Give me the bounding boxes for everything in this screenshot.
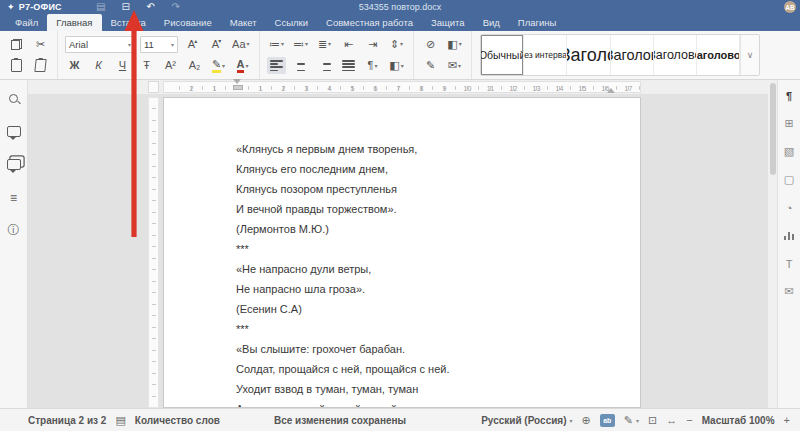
style-gallery-expand-icon[interactable]: ∨ xyxy=(740,35,759,75)
font-color-button[interactable]: А▾ xyxy=(233,57,252,74)
user-avatar[interactable]: АВ xyxy=(784,1,796,13)
style-heading3[interactable]: Заголово xyxy=(654,35,697,75)
tab-home[interactable]: Главная xyxy=(47,14,101,31)
font-name-select[interactable]: Arial ▾ xyxy=(65,36,135,53)
undo-icon[interactable]: ↶ xyxy=(144,2,158,12)
table-settings-button[interactable]: ⊞ xyxy=(781,116,798,131)
tab-references[interactable]: Ссылки xyxy=(266,14,317,31)
tab-layout[interactable]: Макет xyxy=(221,14,266,31)
align-center-button[interactable] xyxy=(291,57,310,74)
textart-settings-button[interactable]: Т xyxy=(781,256,798,271)
document-page[interactable]: «Клянусь я первым днем творенья, Клянусь… xyxy=(163,97,641,408)
tab-plugins[interactable]: Плагины xyxy=(509,14,566,31)
navigation-panel-button[interactable]: ≡ xyxy=(5,189,23,206)
track-changes-button[interactable]: ✎ ▾ xyxy=(624,415,639,426)
language-selector[interactable]: Русский (Россия) ▾ xyxy=(481,415,572,426)
comments-panel-button[interactable] xyxy=(5,123,23,140)
paragraph-shading-button[interactable]: ◧▾ xyxy=(387,57,406,74)
clear-style-button[interactable]: ⊘ xyxy=(421,36,440,53)
superscript-button[interactable]: А² xyxy=(161,57,180,74)
font-name-value: Arial xyxy=(69,39,88,50)
zoom-in-button[interactable]: + xyxy=(784,415,790,426)
mailmerge-settings-button[interactable]: ✉ xyxy=(781,284,798,299)
tab-view[interactable]: Вид xyxy=(474,14,509,31)
app-name: Р7-ОФИС xyxy=(19,2,62,12)
spellcheck-toggle[interactable]: ab xyxy=(600,414,615,427)
document-text: «Клянусь я первым днем творенья, Клянусь… xyxy=(164,98,640,408)
redo-icon[interactable]: ↷ xyxy=(169,2,183,12)
cut-button[interactable]: ✂ xyxy=(31,36,50,53)
shape-settings-button[interactable]: ▢ xyxy=(781,172,798,187)
align-left-button[interactable] xyxy=(267,57,286,74)
italic-button[interactable]: К xyxy=(89,57,108,74)
headings-icon: ≡ xyxy=(10,191,17,205)
justify-button[interactable] xyxy=(339,57,358,74)
text-line: Уходит взвод в туман, туман, туман xyxy=(236,379,620,399)
tab-file[interactable]: Файл xyxy=(6,14,47,31)
zoom-out-button[interactable]: − xyxy=(686,415,692,426)
app-logo[interactable]: ✦ Р7-ОФИС xyxy=(0,2,62,12)
copy-style-button[interactable]: ✎ xyxy=(421,57,440,74)
right-indent-marker[interactable] xyxy=(607,88,615,93)
numbering-button[interactable]: ≕▾ xyxy=(291,36,310,53)
chart-settings-button[interactable]: ◔ xyxy=(781,200,798,215)
word-count-label[interactable]: Количество слов xyxy=(135,415,220,426)
decrease-indent-button[interactable]: ⇤ xyxy=(339,36,358,53)
set-language-icon[interactable]: ⊕ xyxy=(582,415,591,426)
chart-type-button[interactable] xyxy=(781,228,798,243)
image-settings-button[interactable]: ▧ xyxy=(781,144,798,159)
tab-stop-selector[interactable] xyxy=(148,81,159,93)
nonprinting-chars-button[interactable]: ¶▾ xyxy=(363,57,382,74)
paste-icon xyxy=(11,59,22,72)
underline-button[interactable]: Ч xyxy=(113,57,132,74)
chat-panel-button[interactable] xyxy=(5,156,23,173)
align-right-button[interactable] xyxy=(315,57,334,74)
bold-button[interactable]: Ж xyxy=(65,57,84,74)
style-tools-group: ⊘ ◧▾ ✎ ✉▾ xyxy=(414,31,472,79)
style-normal[interactable]: Обычный xyxy=(481,35,524,75)
about-button[interactable]: ⓘ xyxy=(5,222,23,239)
left-indent-marker[interactable] xyxy=(233,79,241,84)
tab-collaboration[interactable]: Совместная работа xyxy=(317,14,422,31)
multilevel-list-button[interactable]: ≣▾ xyxy=(315,36,334,53)
increase-indent-button[interactable]: ⇥ xyxy=(363,36,382,53)
search-panel-button[interactable] xyxy=(5,90,23,107)
text-line: Солдат, прощайся с ней, прощайся с ней. xyxy=(236,359,620,379)
strikethrough-button[interactable]: Ŧ xyxy=(137,57,156,74)
zoom-level[interactable]: Масштаб 100% xyxy=(702,415,775,426)
save-icon[interactable]: ▤ xyxy=(94,2,108,12)
font-size-select[interactable]: 11 ▾ xyxy=(140,36,178,53)
style-no-spacing[interactable]: Без интервал xyxy=(524,35,567,75)
select-all-button[interactable] xyxy=(31,57,50,74)
copy-button[interactable] xyxy=(7,36,26,53)
subscript-button[interactable]: А₂ xyxy=(185,57,204,74)
page-indicator[interactable]: Страница 2 из 2 xyxy=(28,415,106,426)
line-spacing-button[interactable]: ⇕▾ xyxy=(387,36,406,53)
font-group: Arial ▾ 11 ▾ А▴ А▾ Аа▾ Ж К xyxy=(58,31,260,79)
chevron-down-icon: ▾ xyxy=(171,41,174,48)
quick-actions: ▤ ⊟ ↶ ↷ xyxy=(94,2,183,12)
color-scheme-button[interactable]: ◧▾ xyxy=(445,36,464,53)
bullets-button[interactable]: ≔▾ xyxy=(267,36,286,53)
paragraph-settings-button[interactable]: ¶ xyxy=(781,88,798,103)
tab-protection[interactable]: Защита xyxy=(422,14,474,31)
mail-merge-button[interactable]: ✉▾ xyxy=(445,57,464,74)
change-case-button[interactable]: Аа▾ xyxy=(231,36,251,53)
paste-button[interactable] xyxy=(7,57,26,74)
print-icon[interactable]: ⊟ xyxy=(119,2,133,12)
align-left-icon xyxy=(270,60,283,71)
vertical-scrollbar[interactable] xyxy=(768,80,777,408)
horizontal-ruler[interactable]: 211234567891011121314151617 xyxy=(163,81,641,93)
fit-page-icon[interactable]: ⊡ xyxy=(648,415,657,426)
style-heading2[interactable]: Заголов xyxy=(611,35,654,75)
style-heading1[interactable]: Заголо xyxy=(567,35,610,75)
style-heading4[interactable]: Заголовок xyxy=(697,35,740,75)
scrollbar-thumb[interactable] xyxy=(770,83,776,175)
tab-insert[interactable]: Вставка xyxy=(102,14,155,31)
tab-draw[interactable]: Рисование xyxy=(155,14,221,31)
highlight-color-button[interactable]: ✎▾ xyxy=(209,57,228,74)
increase-font-button[interactable]: А▴ xyxy=(183,36,202,53)
decrease-font-button[interactable]: А▾ xyxy=(207,36,226,53)
fit-width-icon[interactable]: ↔ xyxy=(666,415,677,426)
vertical-ruler[interactable] xyxy=(148,97,159,408)
